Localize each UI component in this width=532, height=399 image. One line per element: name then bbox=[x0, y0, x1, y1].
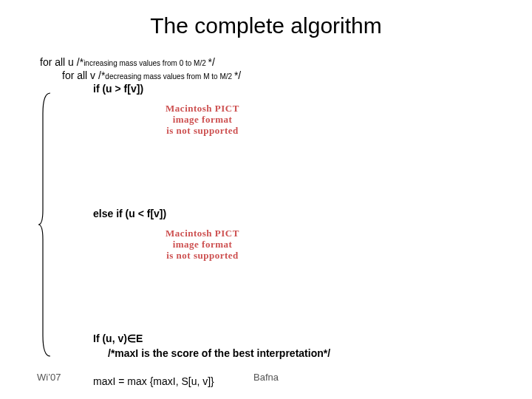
pict1-line3: is not supported bbox=[129, 126, 276, 137]
for-all-v-line: for all v /*decreasing mass values from … bbox=[62, 69, 532, 81]
algorithm-body: for all u /*increasing mass values from … bbox=[40, 56, 532, 387]
slide-title: The complete algorithm bbox=[0, 0, 532, 56]
pict2-line1: Macintosh PICT bbox=[129, 228, 276, 239]
pict2-line3: is not supported bbox=[129, 250, 276, 262]
pict1-line2: image format bbox=[129, 115, 276, 126]
else-if-condition: else if (u < f[v]) bbox=[93, 208, 532, 219]
pict-placeholder-1: Macintosh PICT image format is not suppo… bbox=[129, 103, 276, 137]
line2-prefix: for all v /* bbox=[62, 69, 105, 81]
pict1-line1: Macintosh PICT bbox=[129, 103, 276, 115]
if-edge-condition: If (u, v)∈E bbox=[93, 332, 532, 344]
pict-placeholder-2: Macintosh PICT image format is not suppo… bbox=[129, 228, 276, 262]
if-condition: if (u > f[v]) bbox=[93, 83, 532, 95]
maxi-comment: /*maxI is the score of the best interpre… bbox=[108, 347, 532, 359]
line1-prefix: for all u /* bbox=[40, 56, 83, 68]
pict2-line2: image format bbox=[129, 239, 276, 250]
line2-comment: decreasing mass values from M to M/2 bbox=[105, 72, 234, 81]
line1-comment: increasing mass values from 0 to M/2 bbox=[83, 59, 208, 67]
line2-suffix: */ bbox=[234, 69, 241, 81]
line1-suffix: */ bbox=[208, 56, 215, 68]
footer-center: Bafna bbox=[0, 372, 532, 383]
for-all-u-line: for all u /*increasing mass values from … bbox=[40, 56, 532, 68]
